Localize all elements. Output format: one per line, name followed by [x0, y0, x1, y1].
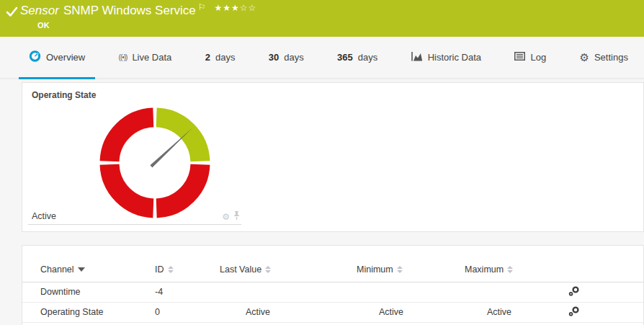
- channel-maximum-cell: Active: [465, 302, 511, 322]
- tab-365-days[interactable]: 365 days: [327, 37, 388, 78]
- tab-settings[interactable]: ⚙ Settings: [570, 37, 638, 78]
- channel-name-cell: Downtime: [22, 282, 155, 302]
- sort-icon: [507, 266, 513, 273]
- channel-minimum-cell: [357, 282, 403, 302]
- channels-table: Channel ID Last Value Minimum Maximum Do…: [22, 257, 643, 323]
- column-header-channel[interactable]: Channel: [40, 264, 85, 275]
- tab-2-days[interactable]: 2 days: [195, 37, 246, 78]
- column-header-maximum[interactable]: Maximum: [465, 264, 513, 275]
- channel-last-value-cell: Active: [220, 302, 270, 322]
- channel-row[interactable]: Operating State 0 Active Active Active: [22, 302, 643, 322]
- live-data-icon: ((•)): [119, 52, 128, 63]
- gear-icon[interactable]: ⚙: [222, 213, 230, 221]
- tab-live-data[interactable]: ((•)) Live Data: [109, 37, 182, 78]
- channel-name-cell: Operating State: [22, 302, 155, 322]
- column-header-id[interactable]: ID: [155, 264, 174, 275]
- channel-settings-icon[interactable]: [568, 306, 580, 317]
- ok-check-icon: [6, 6, 18, 20]
- channel-row[interactable]: Downtime -4: [22, 282, 643, 302]
- channel-minimum-cell: Active: [357, 302, 403, 322]
- gauge-icon: [29, 50, 41, 64]
- gear-icon: ⚙: [580, 52, 589, 63]
- sort-desc-icon: [78, 267, 85, 272]
- flag-icon[interactable]: ⚐: [198, 2, 206, 12]
- sort-icon: [265, 266, 271, 273]
- gauge-channel-title: Operating State: [32, 90, 96, 100]
- sort-icon: [397, 266, 403, 273]
- pin-icon[interactable]: [233, 211, 240, 221]
- channel-maximum-cell: [465, 282, 511, 302]
- channels-table-panel: Channel ID Last Value Minimum Maximum Do…: [22, 245, 644, 325]
- tab-overview[interactable]: Overview: [19, 37, 95, 78]
- priority-stars[interactable]: ★★★☆☆: [215, 3, 257, 13]
- sort-icon: [168, 266, 174, 273]
- channel-id-cell: -4: [155, 282, 220, 302]
- channel-settings-icon[interactable]: [568, 285, 580, 297]
- sensor-status-header: SensorSNMP Windows Service⚐★★★☆☆ OK: [0, 0, 644, 37]
- log-icon: [514, 52, 525, 63]
- channel-id-cell: 0: [155, 302, 220, 322]
- page-title: SNMP Windows Service: [63, 4, 196, 17]
- operating-state-gauge[interactable]: [97, 105, 213, 221]
- gauge-value-label: Active: [32, 211, 56, 221]
- overview-gauge-panel: Operating State Active ⚙: [22, 82, 644, 232]
- tab-historic-data[interactable]: Historic Data: [401, 37, 491, 78]
- gauge-footer: Active ⚙: [28, 210, 241, 225]
- table-header-row: Channel ID Last Value Minimum Maximum: [22, 257, 643, 282]
- column-header-minimum[interactable]: Minimum: [357, 264, 403, 275]
- column-header-last-value[interactable]: Last Value: [220, 264, 271, 275]
- tab-30-days[interactable]: 30 days: [259, 37, 314, 78]
- historic-data-icon: [411, 52, 423, 63]
- status-badge: OK: [37, 21, 50, 30]
- channel-last-value-cell: [220, 282, 270, 302]
- object-kind-label: Sensor: [20, 4, 59, 17]
- tab-bar: Overview ((•)) Live Data 2 days 30 days …: [0, 37, 644, 79]
- tab-log[interactable]: Log: [504, 37, 556, 78]
